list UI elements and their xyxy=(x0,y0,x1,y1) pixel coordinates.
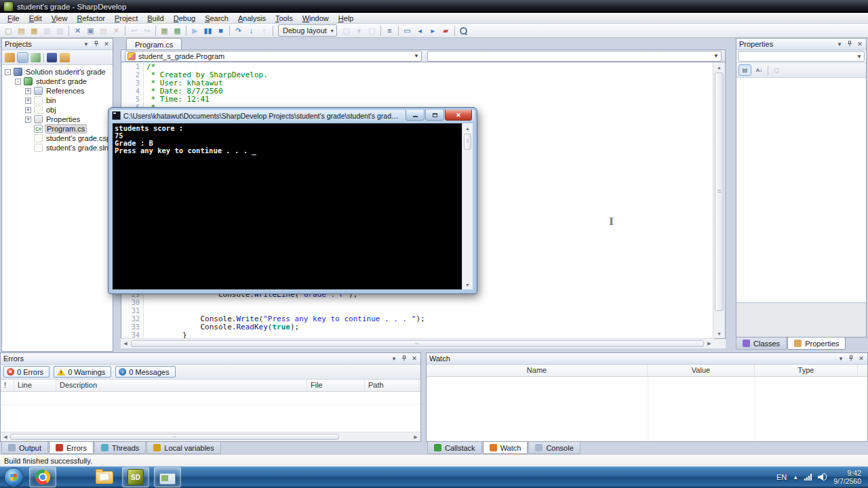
run-without-debug-icon[interactable]: ▢ xyxy=(366,25,378,37)
language-indicator[interactable]: EN xyxy=(776,473,787,481)
tree-item-obj[interactable]: +obj xyxy=(2,105,113,115)
scroll-down-icon[interactable]: ▼ xyxy=(713,329,725,338)
categorized-view-icon[interactable]: ▤ xyxy=(739,65,751,75)
taskbar-explorer-button[interactable] xyxy=(92,468,117,487)
scroll-left-icon[interactable]: ◀ xyxy=(121,339,130,348)
taskbar-sharpdevelop-button[interactable]: SD xyxy=(122,467,149,487)
tree-item-student-s-grade-csproj[interactable]: +student's grade.csproj xyxy=(2,134,113,143)
stop-icon[interactable]: ■ xyxy=(214,25,227,37)
menu-item-search[interactable]: Search xyxy=(200,14,233,22)
console-titlebar[interactable]: C:\Users\khatawut\Documents\SharpDevelop… xyxy=(111,110,475,121)
profile-icon[interactable]: ▢ xyxy=(340,25,353,37)
debugger-area-tab-console[interactable]: Console xyxy=(528,442,580,454)
scroll-right-icon[interactable]: ▶ xyxy=(411,432,420,441)
scroll-up-icon[interactable]: ▲ xyxy=(462,123,473,133)
scroll-down-icon[interactable]: ▼ xyxy=(462,280,473,289)
filter-0-warnings[interactable]: 0 Warnings xyxy=(54,366,111,378)
next-bookmark-icon[interactable]: ▸ xyxy=(427,25,439,37)
volume-icon[interactable] xyxy=(818,473,827,481)
menu-item-refactor[interactable]: Refactor xyxy=(72,14,110,22)
menu-item-help[interactable]: Help xyxy=(334,14,359,22)
taskbar-media-player-button[interactable] xyxy=(61,468,87,487)
module-book-icon[interactable] xyxy=(47,53,57,62)
class-selector-combo[interactable]: student_s_grade.Program ▼ xyxy=(125,51,422,62)
debugger-area-tab-watch[interactable]: Watch xyxy=(483,442,528,454)
minimize-button[interactable] xyxy=(406,110,425,121)
console-scrollbar[interactable]: ▲ ▼ xyxy=(462,123,473,289)
pin-icon[interactable] xyxy=(93,41,100,48)
menu-item-build[interactable]: Build xyxy=(142,14,168,22)
expander-icon[interactable]: + xyxy=(25,117,31,123)
menu-item-edit[interactable]: Edit xyxy=(24,14,47,22)
column-header-type[interactable]: Type xyxy=(755,365,858,376)
tree-item-student-s-grade-sln[interactable]: +student's grade.sln xyxy=(2,143,113,152)
output-area-tab-errors[interactable]: Errors xyxy=(49,442,94,454)
tree-item-student-s-grade[interactable]: -student's grade xyxy=(2,77,113,86)
output-area-tab-output[interactable]: Output xyxy=(1,442,48,454)
editor-vertical-scrollbar[interactable]: ▲ ▼ xyxy=(713,62,725,338)
paste-icon[interactable]: ▤ xyxy=(97,25,110,37)
scroll-up-icon[interactable]: ▲ xyxy=(713,62,725,72)
menu-item-analysis[interactable]: Analysis xyxy=(233,14,271,22)
run-icon[interactable]: ▶ xyxy=(189,25,201,37)
save-icon[interactable]: ▥ xyxy=(41,25,54,37)
open-file-icon[interactable]: ▤ xyxy=(15,25,28,37)
menu-item-file[interactable]: File xyxy=(3,14,24,22)
menu-item-project[interactable]: Project xyxy=(110,14,142,22)
column-header-description[interactable]: Description xyxy=(56,380,307,391)
clear-bookmarks-icon[interactable]: ▰ xyxy=(439,25,452,37)
object-selector-combo[interactable]: ▼ xyxy=(738,51,865,62)
indent-icon[interactable]: ≡ xyxy=(383,25,396,37)
save-all-icon[interactable]: ▥ xyxy=(54,25,66,37)
column-header-path[interactable]: Path xyxy=(365,380,419,391)
build-icon[interactable]: ▦ xyxy=(158,25,171,37)
pause-icon[interactable]: ▮▮ xyxy=(201,25,214,37)
scroll-left-icon[interactable]: ◀ xyxy=(1,432,10,441)
project-options-icon[interactable] xyxy=(5,53,15,62)
taskbar-chrome-button[interactable] xyxy=(29,467,56,487)
tree-item-solution-student-s-grade[interactable]: -Solution student's grade xyxy=(2,67,113,77)
maximize-button[interactable] xyxy=(425,110,444,121)
panel-menu-icon[interactable]: ▾ xyxy=(836,41,843,47)
properties-panel-tab-classes[interactable]: Classes xyxy=(736,338,787,350)
column-header-file[interactable]: File xyxy=(307,380,365,391)
refresh-view-icon[interactable] xyxy=(31,53,41,62)
console-window[interactable]: C:\Users\khatawut\Documents\SharpDevelop… xyxy=(108,108,477,293)
search-icon[interactable] xyxy=(457,25,470,37)
view-mode-icon[interactable] xyxy=(18,53,28,62)
watch-grid-body[interactable] xyxy=(427,377,867,441)
collapse-folders-icon[interactable] xyxy=(60,53,70,62)
errors-horizontal-scrollbar[interactable]: ◀ ▶ xyxy=(1,432,420,441)
output-area-tab-local-variables[interactable]: Local variables xyxy=(146,442,220,454)
column-header-value[interactable]: Value xyxy=(648,365,755,376)
panel-menu-icon[interactable]: ▾ xyxy=(837,355,844,362)
pin-icon[interactable] xyxy=(846,41,853,48)
properties-grid[interactable] xyxy=(736,78,866,302)
document-tab[interactable]: Program.cs xyxy=(126,38,182,50)
member-selector-combo[interactable]: ▼ xyxy=(427,51,722,62)
taskbar-running-app-button[interactable] xyxy=(154,467,181,487)
tree-item-bin[interactable]: +bin xyxy=(2,96,113,105)
scroll-right-icon[interactable]: ▶ xyxy=(705,339,714,348)
close-button[interactable]: ✕ xyxy=(445,110,472,121)
expander-icon[interactable]: + xyxy=(25,98,31,104)
alphabetical-sort-icon[interactable]: A↓ xyxy=(753,65,765,75)
undo-icon[interactable]: ↩ xyxy=(127,25,140,37)
new-file-icon[interactable]: ▢ xyxy=(2,25,15,37)
open-solution-icon[interactable]: ▦ xyxy=(28,25,41,37)
column-header-line[interactable]: Line xyxy=(14,380,56,391)
close-icon[interactable]: ✕ xyxy=(411,355,418,362)
copy-icon[interactable]: ▣ xyxy=(84,25,97,37)
properties-panel-tab-properties[interactable]: Properties xyxy=(787,338,846,350)
build-all-icon[interactable]: ▦ xyxy=(171,25,184,37)
comment-region-icon[interactable]: ▭ xyxy=(401,25,414,37)
show-hidden-icons-button[interactable]: ▲ xyxy=(793,474,798,481)
pin-icon[interactable] xyxy=(401,355,408,363)
menu-item-window[interactable]: Window xyxy=(298,14,334,22)
panel-menu-icon[interactable]: ▾ xyxy=(391,355,397,362)
expander-icon[interactable]: - xyxy=(15,79,21,85)
property-pages-icon[interactable]: ▢ xyxy=(771,65,783,75)
tree-item-references[interactable]: +References xyxy=(2,86,113,96)
close-icon[interactable]: ✕ xyxy=(858,355,865,362)
step-out-icon[interactable]: ↑ xyxy=(258,25,271,37)
